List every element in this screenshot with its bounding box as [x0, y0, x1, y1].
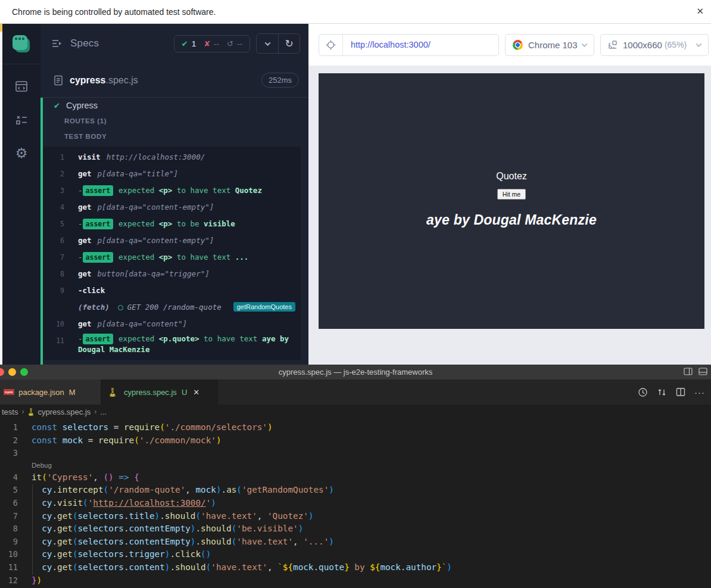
compare-changes-icon[interactable] [657, 387, 667, 397]
code-line[interactable]: 8 cy.get(selectors.contentEmpty).should(… [0, 522, 711, 536]
breadcrumb-tail[interactable]: ... [100, 407, 107, 416]
tab-cypress-spec[interactable]: cypress.spec.js U ✕ [101, 379, 218, 405]
code-token: quote [319, 562, 344, 572]
assert-text: expected [118, 334, 159, 343]
rerun-button[interactable]: ↻ [278, 34, 300, 53]
code-token: . [195, 524, 201, 533]
code-text[interactable]: }) [18, 574, 42, 587]
minimize-window-button[interactable] [8, 368, 16, 376]
code-line[interactable]: 10 cy.get(selectors.trigger).click() [0, 548, 711, 561]
code-line[interactable]: 12}) [0, 574, 711, 587]
vscode-titlebar[interactable]: cypress.spec.js — js-e2e-testing-framewo… [0, 365, 711, 379]
code-text[interactable]: cy.get(selectors.trigger).click() [18, 548, 211, 561]
code-token: get [57, 549, 73, 559]
code-line[interactable]: 5 cy.intercept('/random-quote', mock).as… [0, 484, 711, 497]
hit-me-button[interactable]: Hit me [497, 189, 526, 200]
selector-playground-button[interactable] [319, 35, 343, 55]
code-line[interactable]: 7 cy.get(selectors.title).should('have.t… [0, 510, 711, 523]
cypress-logo-button[interactable] [2, 24, 40, 64]
command-row[interactable]: 5-assertexpected <p> to be visible [43, 216, 301, 232]
code-text[interactable]: cy.visit('http://localhost:3000/') [18, 497, 216, 510]
code-line[interactable]: 2const mock = require('./common/mock') [0, 434, 711, 447]
code-token: . [313, 562, 319, 572]
specs-nav-icon[interactable] [13, 77, 30, 95]
customize-layout-icon[interactable] [698, 367, 707, 376]
url-input[interactable]: http://localhost:3000/ [351, 40, 431, 49]
collapse-chevron-button[interactable] [257, 34, 278, 53]
command-row[interactable]: 3-assertexpected <p> to have text Quotez [43, 182, 301, 199]
close-window-button[interactable] [0, 368, 4, 376]
spec-file-row[interactable]: cypress.spec.js 252ms [40, 63, 308, 98]
assert-text: ... [235, 253, 249, 262]
assert-text: <p> [159, 219, 173, 228]
command-row[interactable]: getRandomQuotes(fetch)GET 200 /random-qu… [43, 299, 301, 316]
command-row[interactable]: 1visithttp://localhost:3000/ [43, 149, 301, 166]
code-token: click [175, 549, 201, 559]
codelens-debug-link[interactable]: Debug [0, 460, 52, 471]
close-tab-icon[interactable]: ✕ [193, 388, 199, 397]
code-token: ) [329, 537, 334, 546]
test-body-section-label[interactable]: TEST BODY [40, 129, 308, 144]
command-method: visit [78, 153, 101, 161]
routes-section-label[interactable]: ROUTES (1) [40, 113, 308, 129]
code-token: cy [42, 562, 52, 572]
command-row[interactable]: 8getbutton[data-qa="trigger"] [43, 266, 301, 282]
command-row[interactable]: 10getp[data-qa="content"] [43, 316, 301, 332]
code-text[interactable]: const mock = require('./common/mock') [18, 434, 222, 447]
code-editor[interactable]: 1const selectors = require('./common/sel… [0, 419, 711, 587]
code-line[interactable]: 6 cy.visit('http://localhost:3000/') [0, 497, 711, 510]
breadcrumb[interactable]: tests › cypress.spec.js › ... [0, 405, 711, 419]
specs-title: Specs [70, 38, 99, 49]
desktop-edge-accent [0, 24, 2, 32]
command-log: 1visithttp://localhost:3000/2getp[data-q… [43, 147, 301, 360]
browser-selector[interactable]: Chrome 103 [505, 34, 594, 56]
command-body: getp[data-qa="content"] [78, 319, 292, 329]
breadcrumb-file[interactable]: cypress.spec.js [38, 407, 91, 416]
test-results-icon[interactable] [13, 111, 30, 129]
timeline-history-icon[interactable] [638, 387, 648, 397]
code-text[interactable]: it('Cypress', () => { [18, 471, 139, 484]
chevron-down-icon [696, 41, 702, 47]
code-text[interactable] [18, 447, 32, 460]
command-row[interactable]: 2getp[data-qa="title"] [43, 166, 301, 182]
breadcrumb-root[interactable]: tests [2, 407, 18, 416]
code-text[interactable]: cy.get(selectors.contentEmpty).should('b… [18, 522, 303, 536]
code-token: trigger [129, 549, 165, 559]
command-row[interactable]: 7-assertexpected <p> to have text ... [43, 249, 301, 266]
banner-close-icon[interactable]: ✕ [696, 6, 704, 17]
test-title-row[interactable]: ✔ Cypress [40, 98, 308, 113]
code-token: './common/selectors' [165, 422, 267, 432]
url-bar[interactable]: http://localhost:3000/ [319, 34, 499, 56]
more-actions-icon[interactable]: ··· [694, 387, 705, 397]
codelens-row[interactable]: Debug [0, 460, 711, 471]
settings-gear-icon[interactable]: ⚙ [13, 144, 30, 162]
code-line[interactable]: 11 cy.get(selectors.content).should('hav… [0, 561, 711, 574]
code-line[interactable]: 3 [0, 447, 711, 460]
code-text[interactable]: const selectors = require('./common/sele… [18, 421, 273, 434]
command-row[interactable]: 6getp[data-qa="content-empty"] [43, 232, 301, 249]
zoom-window-button[interactable] [20, 368, 28, 376]
ruler-icon [608, 40, 618, 49]
code-line[interactable]: 4it('Cypress', () => { [0, 471, 711, 484]
code-token: . [124, 511, 129, 521]
code-text[interactable]: cy.get(selectors.content).should('have.t… [18, 561, 452, 574]
code-text[interactable]: cy.get(selectors.title).should('have.tex… [18, 510, 313, 523]
tab-package-json[interactable]: npm package.json M [0, 379, 101, 405]
chevron-down-icon [264, 40, 270, 46]
code-text[interactable]: cy.get(selectors.contentEmpty).should('h… [18, 536, 334, 549]
command-row[interactable]: 4getp[data-qa="content-empty"] [43, 199, 301, 216]
code-line[interactable]: 1const selectors = require('./common/sel… [0, 421, 711, 434]
request-status-icon [118, 305, 123, 310]
command-message: button[data-qa="trigger"] [98, 269, 210, 278]
command-row[interactable]: 11-assertexpected <p.quote> to have text… [43, 332, 301, 356]
split-editor-icon[interactable] [676, 387, 685, 397]
code-line[interactable]: 9 cy.get(selectors.contentEmpty).should(… [0, 536, 711, 549]
code-token: cy [42, 498, 52, 508]
toggle-panel-icon[interactable] [684, 367, 693, 376]
line-number: 9 [0, 536, 18, 549]
code-text[interactable]: cy.intercept('/random-quote', mock).as('… [18, 484, 334, 497]
specs-menu-icon[interactable] [51, 38, 63, 49]
viewport-size-selector[interactable]: 1000x660 (65%) [600, 34, 709, 56]
command-row[interactable]: 9-click [43, 282, 301, 299]
command-number: 4 [43, 200, 64, 211]
